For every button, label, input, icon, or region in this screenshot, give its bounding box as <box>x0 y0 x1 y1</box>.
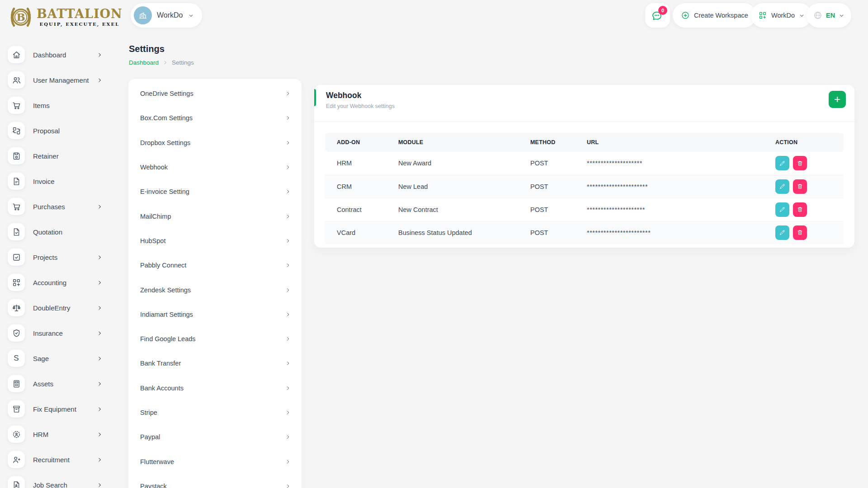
cell-addon: HRM <box>325 152 387 175</box>
cell-method: POST <box>519 221 575 244</box>
chevron-right-icon <box>285 483 291 488</box>
settings-menu-card: OneDrive SettingsBox.Com SettingsDropbox… <box>128 79 302 488</box>
settings-menu-item-onedrive-settings[interactable]: OneDrive Settings <box>128 81 302 106</box>
sidebar-item-label: Quotation <box>33 228 118 236</box>
webhook-title: Webhook <box>326 91 843 100</box>
sidebar-item-recruitment[interactable]: Recruitment <box>0 447 118 472</box>
cell-actions <box>764 175 844 198</box>
chevron-right-icon <box>97 77 103 83</box>
settings-menu-item-zendesk-settings[interactable]: Zendesk Settings <box>128 277 302 302</box>
sidebar-item-label: Recruitment <box>33 456 97 464</box>
sidebar-item-job-search[interactable]: Job Search <box>0 472 118 488</box>
check-square-icon <box>8 249 25 266</box>
grid-plus-icon <box>8 274 25 291</box>
sidebar-item-proposal[interactable]: Proposal <box>0 118 118 143</box>
person-plus-icon <box>8 451 25 468</box>
webhook-row-hrm: HRMNew AwardPOST******************** <box>325 152 844 175</box>
settings-menu-item-pabbly-connect[interactable]: Pabbly Connect <box>128 253 302 277</box>
workspace-name: WorkDo <box>157 11 183 19</box>
settings-menu-item-label: HubSpot <box>140 237 285 244</box>
sidebar-item-accounting[interactable]: Accounting <box>0 270 118 295</box>
sidebar-item-sage[interactable]: SSage <box>0 346 118 371</box>
settings-menu-item-bank-transfer[interactable]: Bank Transfer <box>128 351 302 375</box>
panel-accent-bar <box>314 89 316 106</box>
settings-menu-item-label: Stripe <box>140 409 285 416</box>
edit-button[interactable] <box>775 156 789 170</box>
brand-tagline: EQUIP, EXECUTE, EXEL <box>37 22 123 27</box>
column-header-method: METHOD <box>519 133 575 152</box>
workdo-menu-label: WorkDo <box>771 12 795 19</box>
settings-menu-item-webhook[interactable]: Webhook <box>128 155 302 179</box>
sidebar-nav: DashboardUser ManagementItemsProposalRet… <box>0 42 118 488</box>
settings-menu-item-label: Paystack <box>140 483 285 488</box>
webhook-table-body: HRMNew AwardPOST********************CRMN… <box>325 152 844 244</box>
settings-menu-item-indiamart-settings[interactable]: Indiamart Settings <box>128 302 302 327</box>
sidebar-item-retainer[interactable]: Retainer <box>0 143 118 169</box>
sidebar-item-dashboard[interactable]: Dashboard <box>0 42 118 67</box>
settings-menu-item-find-google-leads[interactable]: Find Google Leads <box>128 327 302 351</box>
settings-menu-item-stripe[interactable]: Stripe <box>128 400 302 425</box>
edit-button[interactable] <box>775 225 789 240</box>
workspace-selector[interactable]: WorkDo <box>131 3 202 28</box>
breadcrumb-current: Settings <box>172 59 194 66</box>
create-workspace-button[interactable]: Create Workspace <box>673 3 756 28</box>
sidebar-item-user-management[interactable]: User Management <box>0 67 118 93</box>
sidebar-item-label: Projects <box>33 253 97 261</box>
settings-menu-item-flutterwave[interactable]: Flutterwave <box>128 449 302 474</box>
sidebar-item-purchases[interactable]: Purchases <box>0 194 118 219</box>
settings-menu-item-paystack[interactable]: Paystack <box>128 474 302 488</box>
sidebar-item-insurance[interactable]: Insurance <box>0 320 118 346</box>
workdo-menu-button[interactable]: WorkDo <box>751 3 812 28</box>
settings-menu-item-box-com-settings[interactable]: Box.Com Settings <box>128 106 302 130</box>
settings-menu-item-label: Zendesk Settings <box>140 286 285 294</box>
breadcrumb-dashboard-link[interactable]: Dashboard <box>129 59 159 66</box>
chevron-right-icon <box>285 115 291 121</box>
settings-menu-item-bank-accounts[interactable]: Bank Accounts <box>128 376 302 400</box>
chevron-right-icon <box>97 305 103 311</box>
grid-plus-icon <box>758 11 767 20</box>
sidebar-item-fix-equipment[interactable]: Fix Equipment <box>0 396 118 422</box>
svg-text:B: B <box>16 11 25 23</box>
settings-menu-item-e-invoice-setting[interactable]: E-invoice Setting <box>128 179 302 204</box>
cell-method: POST <box>519 175 575 198</box>
cell-module: New Lead <box>387 175 519 198</box>
webhook-row-vcard: VCardBusiness Status UpdatedPOST********… <box>325 221 844 244</box>
settings-menu-item-paypal[interactable]: Paypal <box>128 425 302 449</box>
sidebar-item-assets[interactable]: Assets <box>0 371 118 396</box>
sidebar-item-quotation[interactable]: Quotation <box>0 219 118 244</box>
sidebar-item-projects[interactable]: Projects <box>0 244 118 270</box>
sidebar-item-doubleentry[interactable]: DoubleEntry <box>0 295 118 320</box>
cell-addon: Contract <box>325 198 387 221</box>
letter-s-icon: S <box>8 350 25 367</box>
sidebar-item-hrm[interactable]: HRM <box>0 422 118 447</box>
settings-menu-item-hubspot[interactable]: HubSpot <box>128 229 302 253</box>
edit-button[interactable] <box>775 202 789 217</box>
cell-method: POST <box>519 198 575 221</box>
chevron-right-icon <box>97 482 103 488</box>
settings-menu-item-label: Dropbox Settings <box>140 139 285 146</box>
sidebar-item-label: Sage <box>33 355 97 362</box>
chevron-right-icon <box>97 381 103 387</box>
delete-button[interactable] <box>793 156 807 170</box>
add-webhook-button[interactable]: + <box>829 91 846 108</box>
sidebar-item-items[interactable]: Items <box>0 93 118 118</box>
webhook-panel: Webhook Edit your Webhook settings + ADD… <box>314 85 854 248</box>
messages-button[interactable]: 0 <box>645 3 670 28</box>
edit-button[interactable] <box>775 179 789 194</box>
settings-menu-item-mailchimp[interactable]: MailChimp <box>128 204 302 228</box>
settings-menu-item-label: Bank Transfer <box>140 360 285 367</box>
building-icon <box>138 10 148 20</box>
chevron-right-icon <box>285 214 291 219</box>
chevron-right-icon <box>285 140 291 145</box>
settings-menu-item-dropbox-settings[interactable]: Dropbox Settings <box>128 131 302 155</box>
chevron-right-icon <box>97 406 103 412</box>
messages-badge: 0 <box>658 6 667 15</box>
chevron-right-icon <box>97 432 103 437</box>
delete-button[interactable] <box>793 202 807 217</box>
settings-menu-item-label: Indiamart Settings <box>140 311 285 318</box>
delete-button[interactable] <box>793 225 807 240</box>
settings-menu-item-label: Pabbly Connect <box>140 262 285 269</box>
delete-button[interactable] <box>793 179 807 194</box>
sidebar-item-invoice[interactable]: Invoice <box>0 169 118 194</box>
language-selector[interactable]: EN <box>807 3 851 28</box>
